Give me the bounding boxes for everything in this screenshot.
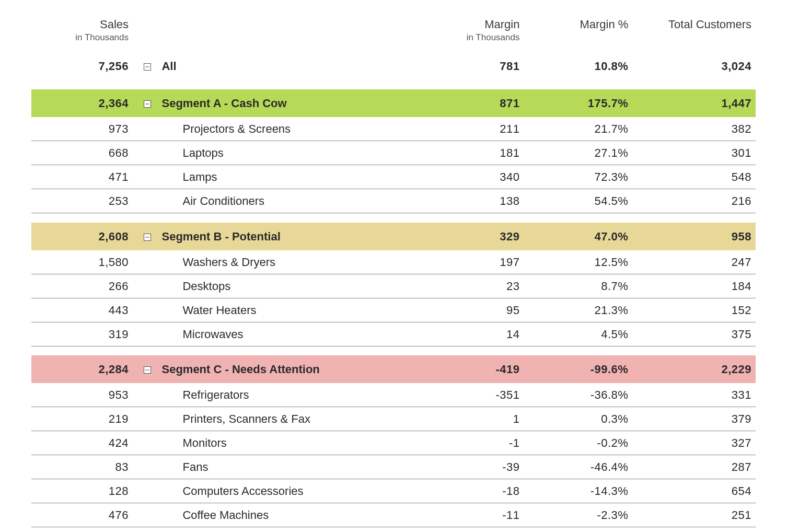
cell-sales: 471 xyxy=(31,165,133,189)
cell-margin: -1 xyxy=(422,431,524,455)
cell-label: Laptops xyxy=(161,141,422,165)
cell-customers: 301 xyxy=(632,141,756,165)
col-header-margin-pct: Margin % xyxy=(524,16,632,52)
cell-sales: 83 xyxy=(31,455,133,479)
expand-cell[interactable] xyxy=(133,355,161,383)
expand-cell xyxy=(133,298,161,322)
cell-margin-pct: 72.3% xyxy=(524,165,632,189)
expand-cell[interactable] xyxy=(133,52,161,80)
cell-customers: 216 xyxy=(632,189,756,213)
cell-margin: -18 xyxy=(422,479,524,503)
collapse-icon[interactable] xyxy=(144,366,151,374)
expand-cell xyxy=(133,189,161,213)
cell-customers: 654 xyxy=(632,479,756,503)
total-row: 7,256 All 781 10.8% 3,024 xyxy=(31,52,756,80)
cell-label: Desktops xyxy=(161,274,422,298)
cell-label: Coffee Machines xyxy=(161,503,422,527)
collapse-icon[interactable] xyxy=(144,234,151,241)
expand-cell xyxy=(133,250,161,274)
cell-margin-pct: 47.0% xyxy=(524,223,632,250)
cell-margin: 14 xyxy=(422,322,524,346)
cell-margin: 871 xyxy=(422,89,524,117)
cell-margin: 138 xyxy=(422,189,524,213)
cell-margin-pct: 4.5% xyxy=(524,322,632,346)
cell-customers: 152 xyxy=(632,298,756,322)
col-title: Margin % xyxy=(580,18,628,31)
cell-margin: -419 xyxy=(422,355,524,383)
item-row: 128Computers Accessories-18-14.3%654 xyxy=(31,479,756,503)
expand-cell[interactable] xyxy=(133,223,161,250)
cell-label: Segment A - Cash Cow xyxy=(161,89,422,117)
cell-margin-pct: 21.7% xyxy=(524,117,632,141)
cell-margin-pct: -2.3% xyxy=(524,503,632,527)
segment-row: 2,364Segment A - Cash Cow871175.7%1,447 xyxy=(31,89,756,117)
cell-margin-pct: -46.4% xyxy=(524,455,632,479)
cell-sales: 253 xyxy=(31,189,133,213)
cell-customers: 327 xyxy=(632,431,756,455)
cell-label: All xyxy=(161,52,422,80)
cell-customers: 251 xyxy=(632,503,756,527)
item-row: 471Lamps34072.3%548 xyxy=(31,165,756,189)
cell-margin: 329 xyxy=(422,223,524,250)
expand-cell[interactable] xyxy=(133,89,161,117)
cell-label: Printers, Scanners & Fax xyxy=(161,407,422,431)
cell-sales: 953 xyxy=(31,383,133,407)
item-row: 219Printers, Scanners & Fax10.3%379 xyxy=(31,407,756,431)
cell-margin: -11 xyxy=(422,503,524,527)
spacer-row xyxy=(31,213,756,223)
expand-cell xyxy=(133,117,161,141)
cell-sales: 424 xyxy=(31,431,133,455)
cell-label: Washers & Dryers xyxy=(161,250,422,274)
cell-margin: 211 xyxy=(422,117,524,141)
cell-sales: 1,580 xyxy=(31,250,133,274)
cell-margin-pct: 21.3% xyxy=(524,298,632,322)
cell-margin: -39 xyxy=(422,455,524,479)
cell-margin: 340 xyxy=(422,165,524,189)
cell-margin: 95 xyxy=(422,298,524,322)
cell-sales: 2,608 xyxy=(31,223,133,250)
cell-sales: 7,256 xyxy=(31,52,133,80)
cell-margin-pct: -99.6% xyxy=(524,355,632,383)
item-row: 424Monitors-1-0.2%327 xyxy=(31,431,756,455)
cell-margin: 181 xyxy=(422,141,524,165)
collapse-icon[interactable] xyxy=(144,100,151,108)
expand-cell xyxy=(133,455,161,479)
cell-margin-pct: 8.7% xyxy=(524,274,632,298)
cell-label: Microwaves xyxy=(161,322,422,346)
expand-cell xyxy=(133,431,161,455)
col-title: Total Customers xyxy=(668,18,751,31)
cell-label: Computers Accessories xyxy=(161,479,422,503)
col-title: Sales xyxy=(100,18,129,31)
cell-label: Lamps xyxy=(161,165,422,189)
cell-sales: 2,284 xyxy=(31,355,133,383)
cell-margin-pct: -0.2% xyxy=(524,431,632,455)
cell-customers: 2,229 xyxy=(632,355,756,383)
cell-customers: 382 xyxy=(632,117,756,141)
cell-margin: 197 xyxy=(422,250,524,274)
spacer-row xyxy=(31,80,756,89)
expand-cell xyxy=(133,165,161,189)
item-row: 83Fans-39-46.4%287 xyxy=(31,455,756,479)
item-row: 668Laptops18127.1%301 xyxy=(31,141,756,165)
expand-cell xyxy=(133,141,161,165)
cell-label: Air Conditioners xyxy=(161,189,422,213)
cell-margin-pct: 27.1% xyxy=(524,141,632,165)
col-header-margin: Margin in Thousands xyxy=(422,16,524,52)
cell-sales: 219 xyxy=(31,407,133,431)
col-header-customers: Total Customers xyxy=(632,16,756,52)
item-row: 476Coffee Machines-11-2.3%251 xyxy=(31,503,756,527)
cell-margin-pct: 54.5% xyxy=(524,189,632,213)
item-row: 266Desktops238.7%184 xyxy=(31,274,756,298)
cell-sales: 2,364 xyxy=(31,89,133,117)
collapse-icon[interactable] xyxy=(144,63,151,71)
cell-label: Segment B - Potential xyxy=(161,223,422,250)
cell-customers: 184 xyxy=(632,274,756,298)
cell-label: Fans xyxy=(161,455,422,479)
header-row: Sales in Thousands Margin in Thousands M… xyxy=(31,16,756,52)
expand-cell xyxy=(133,274,161,298)
col-header-expand xyxy=(133,16,161,52)
cell-sales: 443 xyxy=(31,298,133,322)
cell-label: Water Heaters xyxy=(161,298,422,322)
cell-label: Segment C - Needs Attention xyxy=(161,355,422,383)
segment-row: 2,284Segment C - Needs Attention-419-99.… xyxy=(31,355,756,383)
